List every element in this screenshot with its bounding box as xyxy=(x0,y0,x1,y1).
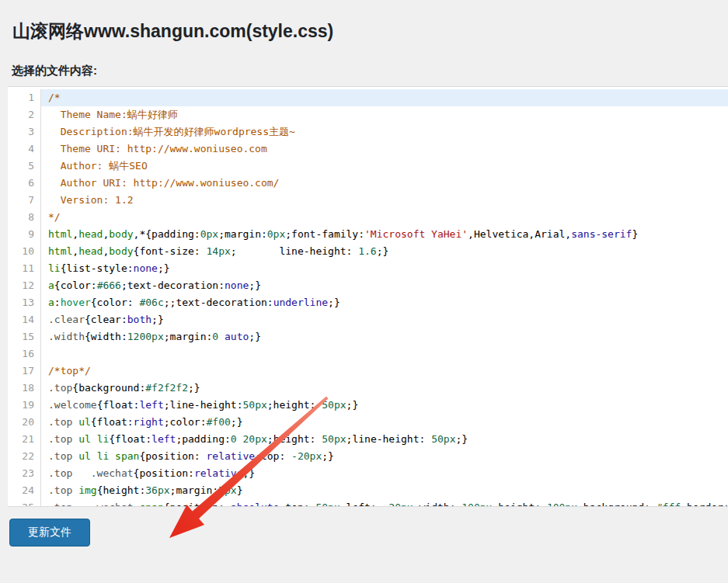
code-line[interactable]: 12a{color:#666;text-decoration:none;} xyxy=(8,277,728,294)
line-source: .welcome{float:left;line-height:50px;hei… xyxy=(41,397,728,414)
line-source xyxy=(41,345,728,363)
line-number: 6 xyxy=(8,175,41,192)
code-line[interactable]: 21.top ul li{float:left;padding:0 20px;h… xyxy=(8,431,728,448)
line-number: 15 xyxy=(8,328,41,345)
code-line[interactable]: 1/* xyxy=(8,89,728,106)
code-line[interactable]: 7 Version: 1.2 xyxy=(8,192,728,209)
code-line[interactable]: 16 xyxy=(8,345,728,363)
code-line[interactable]: 3 Description:蜗牛开发的好律师wordpress主题~ xyxy=(8,123,728,141)
line-source: .top ul li span{position: relative;top: … xyxy=(41,448,728,465)
line-source: Author: 蜗牛SEO xyxy=(41,158,728,175)
line-number: 11 xyxy=(8,260,41,277)
line-number: 1 xyxy=(8,89,41,106)
line-source: .top ul li{float:left;padding:0 20px;hei… xyxy=(41,431,728,448)
line-source: .width{width:1200px;margin:0 auto;} xyxy=(41,328,728,345)
line-number: 7 xyxy=(8,192,41,209)
line-source: .top .wechat{position:relative;} xyxy=(41,465,728,482)
code-lines: 1/*2 Theme Name:蜗牛好律师3 Description:蜗牛开发的… xyxy=(8,89,728,507)
line-number: 5 xyxy=(8,158,41,175)
line-source: .top .wechat span{position: absolute;top… xyxy=(41,499,728,507)
code-line[interactable]: 20.top ul{float:right;color:#f00;} xyxy=(8,414,728,431)
line-number: 2 xyxy=(8,106,41,123)
code-line[interactable]: 2 Theme Name:蜗牛好律师 xyxy=(8,106,728,123)
line-source: /*top*/ xyxy=(41,363,728,380)
code-line[interactable]: 4 Theme URI: http://www.woniuseo.com xyxy=(8,141,728,158)
line-source: Author URI: http://www.woniuseo.com/ xyxy=(41,175,728,192)
line-source: a{color:#666;text-decoration:none;} xyxy=(41,277,728,294)
code-line[interactable]: 10html,head,body{font-size: 14px; line-h… xyxy=(8,243,728,260)
line-source: li{list-style:none;} xyxy=(41,260,728,277)
line-source: html,head,body,*{padding:0px;margin:0px;… xyxy=(41,226,728,243)
line-source: a:hover{color: #06c;;text-decoration:und… xyxy=(41,294,728,311)
line-number: 18 xyxy=(8,380,41,397)
line-number: 21 xyxy=(8,431,41,448)
line-number: 24 xyxy=(8,482,41,499)
code-line[interactable]: 11li{list-style:none;} xyxy=(8,260,728,277)
update-file-button[interactable]: 更新文件 xyxy=(9,519,90,547)
code-line[interactable]: 13a:hover{color: #06c;;text-decoration:u… xyxy=(8,294,728,311)
code-line[interactable]: 17/*top*/ xyxy=(8,363,728,380)
line-number: 9 xyxy=(8,226,41,243)
line-number: 23 xyxy=(8,465,41,482)
page-title: 山滚网络www.shangun.com(style.css) xyxy=(0,0,728,43)
line-source: Description:蜗牛开发的好律师wordpress主题~ xyxy=(41,123,728,141)
file-path: www.shangun.com(style.css) xyxy=(84,21,333,41)
line-number: 20 xyxy=(8,414,41,431)
code-line[interactable]: 8*/ xyxy=(8,209,728,226)
line-source: /* xyxy=(41,89,728,106)
site-brand: 山滚网络 xyxy=(12,21,84,41)
code-line[interactable]: 24.top img{height:36px;margin:7px} xyxy=(8,482,728,499)
line-number: 12 xyxy=(8,277,41,294)
line-number: 25 xyxy=(8,499,41,507)
code-line[interactable]: 5 Author: 蜗牛SEO xyxy=(8,158,728,175)
line-number: 8 xyxy=(8,209,41,226)
line-source: .top ul{float:right;color:#f00;} xyxy=(41,414,728,431)
line-source: Theme URI: http://www.woniuseo.com xyxy=(41,141,728,158)
code-line[interactable]: 22.top ul li span{position: relative;top… xyxy=(8,448,728,465)
line-source: Version: 1.2 xyxy=(41,192,728,209)
line-source: .top img{height:36px;margin:7px} xyxy=(41,482,728,499)
code-line[interactable]: 9html,head,body,*{padding:0px;margin:0px… xyxy=(8,226,728,243)
file-content-label: 选择的文件内容: xyxy=(0,43,728,86)
code-line[interactable]: 6 Author URI: http://www.woniuseo.com/ xyxy=(8,175,728,192)
line-number: 17 xyxy=(8,363,41,380)
line-source: .clear{clear:both;} xyxy=(41,311,728,328)
code-line[interactable]: 14.clear{clear:both;} xyxy=(8,311,728,328)
line-number: 4 xyxy=(8,141,41,158)
code-line[interactable]: 25.top .wechat span{position: absolute;t… xyxy=(8,499,728,507)
line-number: 22 xyxy=(8,448,41,465)
code-line[interactable]: 23.top .wechat{position:relative;} xyxy=(8,465,728,482)
line-number: 14 xyxy=(8,311,41,328)
line-number: 16 xyxy=(8,345,41,363)
line-source: .top{background:#f2f2f2;} xyxy=(41,380,728,397)
line-source: */ xyxy=(41,209,728,226)
line-number: 3 xyxy=(8,123,41,141)
line-source: html,head,body{font-size: 14px; line-hei… xyxy=(41,243,728,260)
line-source: Theme Name:蜗牛好律师 xyxy=(41,106,728,123)
line-number: 13 xyxy=(8,294,41,311)
code-editor[interactable]: 1/*2 Theme Name:蜗牛好律师3 Description:蜗牛开发的… xyxy=(8,86,728,507)
line-number: 10 xyxy=(8,243,41,260)
code-line[interactable]: 15.width{width:1200px;margin:0 auto;} xyxy=(8,328,728,345)
code-line[interactable]: 19.welcome{float:left;line-height:50px;h… xyxy=(8,397,728,414)
line-number: 19 xyxy=(8,397,41,414)
code-line[interactable]: 18.top{background:#f2f2f2;} xyxy=(8,380,728,397)
